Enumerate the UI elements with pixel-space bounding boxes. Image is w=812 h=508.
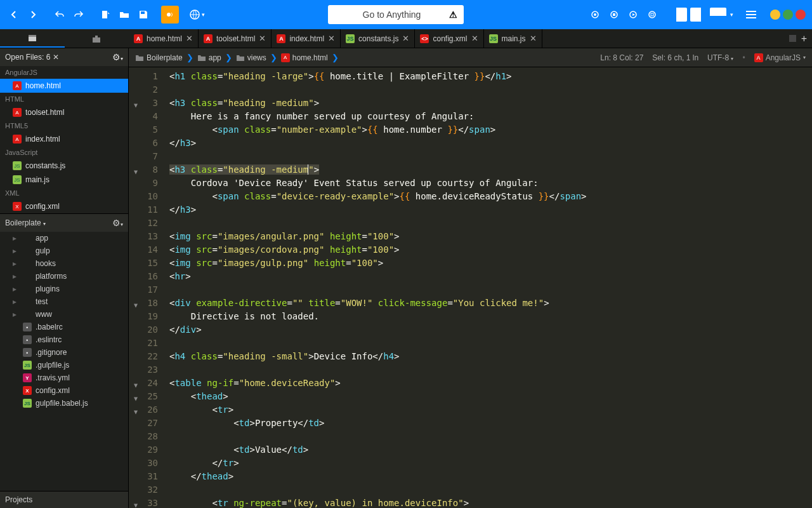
record-macro-button[interactable] (586, 6, 604, 23)
close-tab-icon[interactable]: ✕ (186, 34, 193, 43)
code-line[interactable]: <thead> (169, 390, 807, 403)
toolbox-tab-button[interactable] (65, 29, 129, 48)
tab-list-button[interactable] (789, 35, 796, 42)
code-line[interactable]: <img src="images/angular.png" height="10… (169, 230, 807, 243)
project-tree-item[interactable]: Y.travis.yml (0, 371, 128, 384)
goto-anything-input[interactable]: Go to Anything ⚠ (328, 5, 463, 24)
code-line[interactable]: <img src="images/gulp.png" height="100"> (169, 257, 807, 270)
window-maximize-button[interactable] (783, 10, 793, 20)
menu-button[interactable] (742, 6, 760, 23)
tab-config.xml[interactable]: <>config.xml✕ (415, 29, 483, 48)
code-line[interactable]: </h3> (169, 137, 807, 150)
new-tab-button[interactable]: + (801, 33, 807, 44)
layout-dropdown[interactable]: ▾ (730, 11, 733, 18)
project-settings-icon[interactable]: ⚙▾ (112, 218, 123, 228)
expand-icon[interactable]: ▸ (13, 272, 19, 281)
code-line[interactable]: Here is a fancy number served up courtes… (169, 110, 807, 123)
close-tab-icon[interactable]: ✕ (328, 34, 335, 43)
tab-index.html[interactable]: Aindex.html✕ (272, 29, 341, 48)
code-line[interactable]: </div> (169, 323, 807, 337)
code-line[interactable] (169, 150, 807, 163)
nav-forward-button[interactable] (24, 6, 42, 23)
expand-icon[interactable]: ▸ (13, 246, 19, 255)
expand-icon[interactable]: ▸ (13, 259, 19, 268)
new-file-button[interactable] (96, 6, 114, 23)
code-line[interactable]: <hr> (169, 270, 807, 283)
expand-icon[interactable]: ▸ (13, 310, 19, 319)
code-line[interactable]: </thead> (169, 470, 807, 483)
project-tree-item[interactable]: Xconfig.xml (0, 384, 128, 397)
encoding-selector[interactable]: UTF-8 ▾ (707, 53, 733, 62)
code-line[interactable]: <tr ng-repeat="(key, value) in home.devi… (169, 497, 807, 508)
project-tree-item[interactable]: ▸www (0, 308, 128, 321)
open-file-item[interactable]: Ahome.html (0, 79, 128, 93)
code-line[interactable]: Cordova 'Device Ready' Event Status serv… (169, 177, 807, 190)
expand-icon[interactable]: ▸ (13, 284, 19, 293)
code-line[interactable]: <span class="device-ready-example">{{ ho… (169, 190, 807, 203)
open-file-button[interactable] (115, 6, 133, 23)
project-tree-item[interactable]: JS.gulpfile.js (0, 359, 128, 371)
save-button[interactable] (134, 6, 152, 23)
code-line[interactable] (169, 430, 807, 443)
expand-icon[interactable]: ▸ (13, 234, 19, 243)
close-tab-icon[interactable]: ✕ (471, 34, 478, 43)
fold-icon[interactable]: ▼ (134, 498, 138, 508)
close-tab-icon[interactable]: ✕ (259, 34, 266, 43)
expand-icon[interactable]: ▸ (13, 297, 19, 306)
code-line[interactable] (169, 337, 807, 350)
code-line[interactable] (169, 217, 807, 230)
open-file-item[interactable]: JSconstants.js (0, 159, 128, 173)
project-tree-item[interactable]: ▸plugins (0, 283, 128, 295)
code-line[interactable] (169, 363, 807, 377)
code-line[interactable]: Directive is not loaded. (169, 310, 807, 323)
layout-left-panel-button[interactable] (671, 8, 687, 22)
project-tree-item[interactable]: ▸platforms (0, 270, 128, 283)
code-editor[interactable]: 12▼34567▼891011121314151617▼181920212223… (129, 67, 812, 508)
code-line[interactable]: <span class="number-example">{{ home.num… (169, 123, 807, 137)
open-file-item[interactable]: Aindex.html (0, 132, 128, 146)
places-tab-button[interactable] (0, 29, 65, 48)
language-selector[interactable]: AAngularJS ▾ (754, 53, 806, 62)
open-file-item[interactable]: JSmain.js (0, 173, 128, 187)
project-tree-item[interactable]: ▸test (0, 295, 128, 308)
code-line[interactable]: <h1 class="heading -large">{{ home.title… (169, 70, 807, 83)
code-line[interactable]: </h3> (169, 203, 807, 217)
code-line[interactable] (169, 83, 807, 97)
tab-constants.js[interactable]: JSconstants.js✕ (341, 29, 415, 48)
project-tree-item[interactable]: ▪.gitignore (0, 346, 128, 359)
code-line[interactable]: <div example-directive="" title="WOW!" c… (169, 297, 807, 310)
play-macro-button[interactable] (624, 6, 642, 23)
close-open-files-icon[interactable]: ✕ (53, 53, 59, 62)
code-line[interactable]: <img src="images/cordova.png" height="10… (169, 243, 807, 257)
projects-footer[interactable]: Projects (0, 491, 128, 508)
project-tree-item[interactable]: ▪.eslintrc (0, 333, 128, 346)
code-line[interactable] (169, 283, 807, 297)
breadcrumb-segment[interactable]: Ahome.html (281, 53, 328, 62)
project-tree-item[interactable]: JSgulpfile.babel.js (0, 397, 128, 410)
project-tree-item[interactable]: ▸app (0, 232, 128, 244)
close-tab-icon[interactable]: ✕ (530, 34, 537, 43)
open-files-settings-icon[interactable]: ⚙▾ (112, 52, 123, 62)
code-line[interactable] (169, 483, 807, 497)
project-tree-item[interactable]: ▸gulp (0, 244, 128, 257)
breadcrumb-segment[interactable]: views (236, 53, 266, 62)
window-minimize-button[interactable] (770, 10, 780, 20)
project-tree-item[interactable]: ▸hooks (0, 257, 128, 270)
browser-preview-button[interactable]: ▾ (188, 6, 206, 23)
window-close-button[interactable] (796, 10, 806, 20)
code-line[interactable]: <tr> (169, 403, 807, 417)
redo-button[interactable] (70, 6, 88, 23)
layout-bottom-panel-button[interactable] (710, 8, 726, 22)
breadcrumb-segment[interactable]: Boilerplate (135, 53, 183, 62)
tab-home.html[interactable]: Ahome.html✕ (129, 29, 199, 48)
code-line[interactable]: <td>Property</td> (169, 417, 807, 430)
code-line[interactable]: <h3 class="heading -medium"> (169, 163, 807, 177)
layout-right-panel-button[interactable] (690, 8, 707, 22)
project-tree-item[interactable]: ▪.babelrc (0, 321, 128, 333)
tab-main.js[interactable]: JSmain.js✕ (484, 29, 542, 48)
code-line[interactable]: <td>Value</td> (169, 443, 807, 457)
project-header[interactable]: Boilerplate ▾ ⚙▾ (0, 214, 128, 232)
open-file-item[interactable]: Xconfig.xml (0, 199, 128, 213)
sync-button[interactable] (161, 6, 179, 23)
nav-back-button[interactable] (5, 6, 23, 23)
